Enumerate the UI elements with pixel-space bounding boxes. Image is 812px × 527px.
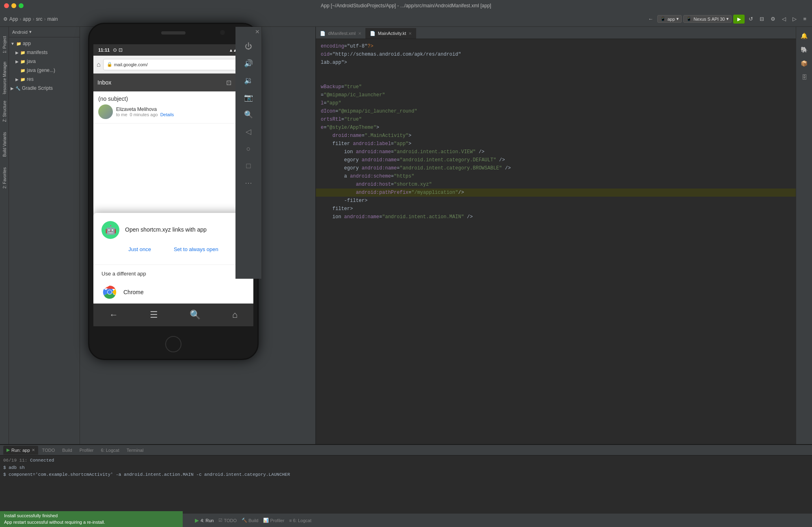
tab-mainactivity[interactable]: 📄 MainActivity.kt ✕ (366, 28, 416, 39)
structure-icon[interactable]: Z: Structure (0, 95, 9, 128)
volume-down-btn[interactable]: 🔉 (240, 72, 257, 89)
tree-item-java[interactable]: ▶ 📁 java (9, 57, 80, 66)
tab-manifest-close[interactable]: ✕ (358, 31, 361, 36)
window-controls[interactable] (4, 3, 24, 8)
home-nav-btn[interactable]: ☰ (150, 310, 158, 320)
maximize-button[interactable] (19, 3, 24, 8)
breadcrumb-app[interactable]: App (9, 16, 18, 22)
device-selector[interactable]: 📱 app ▾ (657, 15, 682, 23)
volume-up-btn[interactable]: 🔊 (240, 55, 257, 72)
phone-speaker (161, 31, 186, 35)
tree-item-app[interactable]: ▼ 📁 app (9, 39, 80, 48)
breadcrumb-main[interactable]: main (47, 16, 58, 22)
just-once-button[interactable]: Just once (123, 244, 156, 255)
more-float-btn[interactable]: ⋯ (240, 175, 257, 191)
circle-btn[interactable]: ○ (240, 141, 257, 157)
favorites-icon[interactable]: 2: Favorites (0, 162, 9, 194)
bottom-tab-run[interactable]: ▶ Run: app ✕ (3, 446, 38, 455)
breadcrumb-src[interactable]: src (36, 16, 42, 22)
status-profiler-tab[interactable]: 📊 Profiler (263, 518, 284, 523)
back-nav-icon[interactable]: ← (109, 310, 118, 320)
minimize-button[interactable] (11, 3, 16, 8)
build-variants-icon[interactable]: Build Variants (0, 128, 9, 161)
breadcrumb-app-icon: ⚙ (3, 16, 8, 22)
breadcrumb-app-folder[interactable]: app (23, 16, 31, 22)
editor-content[interactable]: encoding="utf-8"?> oid="http://schemas.a… (316, 39, 796, 504)
build-label: Build (62, 448, 72, 453)
nav-fwd-btn[interactable]: ▷ (790, 15, 799, 23)
always-open-button[interactable]: Set to always open (169, 244, 223, 255)
chrome-svg (102, 285, 117, 299)
tab-manifest[interactable]: 📄 dManifest.xml ✕ (316, 28, 366, 39)
tree-item-label-2: manifests (27, 50, 48, 55)
archive-icon[interactable]: ⊡ (226, 79, 231, 87)
search-nav-icon[interactable]: 🔍 (190, 310, 201, 320)
right-btn-4[interactable]: 🗄 (799, 72, 810, 83)
right-btn-3[interactable]: 📦 (799, 58, 810, 69)
phone-status-bar: 11:11 ⊙ ⊡ ▲▲ ▐▐ ▮ (93, 44, 253, 56)
run-button[interactable]: ▶ (733, 15, 745, 24)
status-run-btn[interactable]: ▶ 4: Run (195, 517, 214, 523)
email-meta: Elizaveta Melihova to me 0 minutes ago D… (98, 104, 248, 119)
bottom-tab-todo[interactable]: TODO (39, 446, 58, 455)
status-build-tab[interactable]: 🔨 Build (242, 518, 258, 523)
code-line-13: filter android:label="app"> (316, 140, 796, 148)
phone-bottom-nav: ← ☰ 🔍 ⌂ (93, 304, 253, 326)
bottom-tab-build[interactable]: Build (59, 446, 75, 455)
email-item[interactable]: (no subject) Elizaveta Melihova to me 0 … (93, 91, 253, 124)
phone-time: 11:11 (98, 48, 110, 52)
tree-item-res[interactable]: ▶ 📁 res (9, 75, 80, 84)
refresh-btn[interactable]: ↺ (746, 15, 756, 23)
float-close-button[interactable]: ✕ (255, 28, 260, 35)
log-line-2: $ adb sh (3, 464, 809, 472)
email-recipient: to me (116, 112, 127, 117)
phone-url-bar[interactable]: 🔒 mail.google.com/ 1 (103, 59, 241, 70)
dialog-title: Open shortcm.xyz links with app (125, 226, 207, 234)
tab-mainactivity-close[interactable]: ✕ (408, 31, 412, 36)
folder-icon-2: 📁 (20, 50, 25, 55)
right-btn-1[interactable]: 🔔 (799, 30, 810, 41)
bottom-tab-terminal[interactable]: Terminal (123, 446, 147, 455)
expand-icon-3: ▶ (15, 59, 19, 64)
dialog-buttons: Just once Set to always open (102, 239, 245, 258)
back-toolbar-btn[interactable]: ← (646, 15, 656, 23)
apps-nav-icon[interactable]: ⌂ (232, 310, 238, 320)
tree-item-label-5: res (27, 76, 34, 82)
close-button[interactable] (4, 3, 9, 8)
todo-label: TODO (42, 448, 55, 453)
more-btn[interactable]: ≡ (801, 15, 809, 23)
nav-back-float-btn[interactable]: ◁ (240, 124, 257, 140)
nexus-icon: 📱 (686, 16, 692, 22)
tree-item-java-gen[interactable]: 📁 java (gene...) (9, 66, 80, 75)
home-nav-icon[interactable]: ⌂ (97, 61, 101, 68)
chrome-option[interactable]: Chrome (102, 282, 245, 303)
camera-btn[interactable]: 📷 (240, 89, 257, 106)
project-icon[interactable]: 1: Project (0, 28, 9, 61)
phone-home-button[interactable] (165, 336, 181, 352)
square-btn[interactable]: □ (240, 158, 257, 174)
right-sidebar: 🔔 🐘 📦 🗄 (796, 27, 812, 513)
email-time: 0 minutes ago (130, 112, 158, 117)
use-different-label: Use a different app (102, 271, 245, 277)
tree-item-gradle[interactable]: ▶ 🔧 Gradle Scripts (9, 84, 80, 93)
right-btn-2[interactable]: 🐘 (799, 44, 810, 55)
log-cmd-1: $ adb sh (3, 465, 25, 470)
bottom-tabs: ▶ Run: app ✕ TODO Build Profiler 6: Logc… (0, 445, 812, 455)
nexus-selector[interactable]: 📱 Nexus S API 30 ▾ (683, 15, 732, 23)
bottom-tab-profiler[interactable]: Profiler (76, 446, 97, 455)
resource-manager-icon[interactable]: Resource Manager (0, 62, 9, 94)
run-close-icon[interactable]: ✕ (32, 448, 35, 452)
nav-back-btn[interactable]: ◁ (780, 15, 788, 23)
code-line-22: ion android:name="android.intent.action.… (316, 213, 796, 221)
status-todo-tab[interactable]: ☑ TODO (218, 518, 237, 523)
details-link[interactable]: Details (160, 112, 174, 117)
stop-btn[interactable]: ⊟ (757, 15, 767, 23)
power-btn[interactable]: ⏻ (240, 38, 257, 54)
status-logcat-tab[interactable]: ≡ 6: Logcat (289, 518, 311, 523)
bottom-tab-logcat[interactable]: 6: Logcat (98, 446, 123, 455)
todo-status-label: TODO (224, 518, 237, 523)
log-line-1: 06/19 11: Connected (3, 457, 809, 464)
settings-btn[interactable]: ⚙ (768, 15, 778, 23)
zoom-btn[interactable]: 🔍 (240, 106, 257, 123)
tree-item-manifests[interactable]: ▶ 📁 manifests (9, 48, 80, 57)
